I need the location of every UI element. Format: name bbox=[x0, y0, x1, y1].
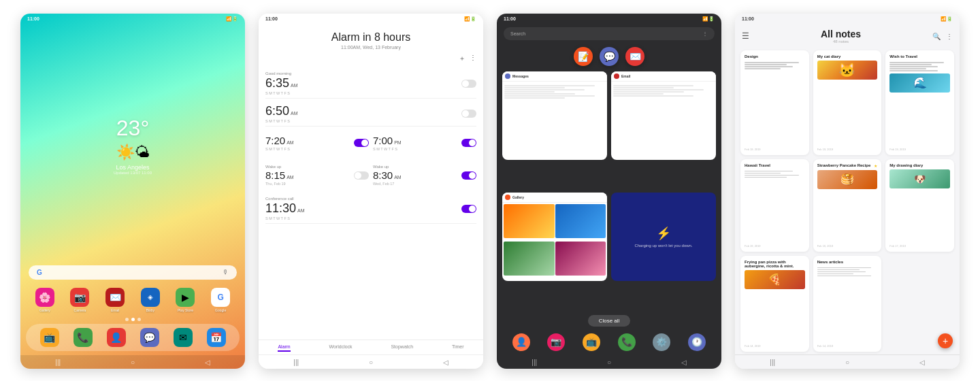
recent-bottom-contacts[interactable]: 👤 bbox=[512, 333, 530, 351]
alarm-item-720[interactable]: 7:20 AM S M T W T F S bbox=[265, 129, 369, 154]
recent-card-charging[interactable]: ⚡ Charging up won't let you down. bbox=[611, 193, 716, 281]
home-status-bar: 11:00 📶🔋 bbox=[20, 14, 245, 24]
app-gallery[interactable]: 🌸 Gallery bbox=[35, 288, 54, 312]
app-bixby[interactable]: ◈ Bixby bbox=[141, 288, 160, 312]
screenshot-notes: 11:00 📶🔋 ☰ All notes 48 notes 🔍 ⋮ bbox=[735, 14, 960, 381]
nav-recent[interactable]: ||| bbox=[55, 359, 61, 366]
alarm-toggle-650[interactable] bbox=[461, 110, 476, 118]
note-card-drawing[interactable]: My drawing diary 🐶 Feb 17, 2019 bbox=[885, 159, 954, 252]
alarm-toggle-700pm[interactable] bbox=[461, 139, 476, 147]
home-weather-icon: ☀️🌤 bbox=[116, 144, 150, 161]
travel-image: 🌊 bbox=[889, 73, 950, 93]
alarm-more-icon[interactable]: ⋮ bbox=[470, 54, 476, 63]
recent-bottom-clock[interactable]: 🕐 bbox=[688, 333, 706, 351]
dot-1 bbox=[125, 318, 129, 321]
tab-timer[interactable]: Timer bbox=[452, 344, 464, 352]
alarm-item-650[interactable]: 6:50 AM S M T W T F S bbox=[265, 99, 476, 127]
device-frame-notes: 11:00 📶🔋 ☰ All notes 48 notes 🔍 ⋮ bbox=[735, 14, 960, 369]
app-playstore[interactable]: ▶ Play Store bbox=[176, 288, 195, 312]
alarm-subtitle: 11:00AM, Wed, 13 February bbox=[265, 45, 476, 50]
recent-search-bar[interactable]: Search ⋮ bbox=[504, 27, 715, 40]
alarm-add-icon[interactable]: ＋ bbox=[459, 54, 466, 63]
recent-nav-home[interactable]: ○ bbox=[607, 359, 611, 366]
alarm-item-830[interactable]: Wake up 8:30 AM Wed, Feb 17 bbox=[373, 159, 476, 188]
tab-worldclock[interactable]: Worldclock bbox=[329, 344, 353, 352]
dock-messages[interactable]: 💬 bbox=[140, 328, 159, 347]
app-email[interactable]: ✉️ Email bbox=[105, 288, 125, 312]
alarm-toggle-635[interactable] bbox=[461, 80, 476, 88]
tab-alarm[interactable]: Alarm bbox=[278, 344, 290, 352]
recent-card-dot-gallery bbox=[505, 195, 510, 200]
pancake-star-icon: ★ bbox=[874, 163, 877, 168]
recent-nav-back[interactable]: ◁ bbox=[681, 359, 687, 366]
alarm-toggle-815[interactable] bbox=[354, 171, 369, 180]
recent-bottom-phone[interactable]: 📞 bbox=[618, 333, 636, 351]
note-card-travel[interactable]: Wish to Travel 🌊 Feb 19, 2019 bbox=[885, 50, 954, 155]
alarm-row-815-830: Wake up 8:15 AM Thu, Feb 19 bbox=[265, 156, 476, 191]
notes-nav-recent[interactable]: ||| bbox=[770, 359, 775, 366]
home-time: 11:00 bbox=[27, 16, 39, 22]
notes-hamburger-icon[interactable]: ☰ bbox=[742, 31, 749, 41]
note-card-news[interactable]: News articles Feb 14, 2019 bbox=[813, 256, 882, 352]
note-card-cat[interactable]: My cat diary 🐱 Feb 19, 2019 bbox=[813, 50, 882, 155]
recent-nav-bar: ||| ○ ◁ bbox=[497, 355, 721, 369]
notes-search-icon[interactable]: 🔍 bbox=[932, 33, 941, 40]
alarm-toggle-830[interactable] bbox=[461, 171, 476, 180]
recent-card-email[interactable]: Email bbox=[611, 71, 716, 160]
note-card-pancake[interactable]: Strawberry Pancake Recipe ★ 🥞 Feb 16, 20… bbox=[813, 159, 882, 252]
alarm-toggle-1130[interactable] bbox=[461, 205, 476, 213]
app-camera[interactable]: 📷 Camera bbox=[70, 288, 89, 312]
recent-card-gallery[interactable]: Gallery bbox=[502, 193, 607, 281]
pancake-image: 🥞 bbox=[817, 170, 878, 189]
alarm-status-bar: 11:00 📶🔋 bbox=[259, 14, 483, 24]
tab-stopwatch[interactable]: Stopwatch bbox=[391, 344, 413, 352]
notes-more-icon[interactable]: ⋮ bbox=[946, 33, 953, 40]
recent-nav-recent[interactable]: ||| bbox=[532, 359, 537, 366]
nav-home[interactable]: ○ bbox=[131, 359, 135, 366]
mic-icon[interactable]: 🎙 bbox=[223, 269, 229, 276]
alarm-nav-back[interactable]: ◁ bbox=[443, 359, 448, 366]
dock-contacts[interactable]: 👤 bbox=[107, 328, 126, 347]
drawing-image: 🐶 bbox=[889, 169, 950, 188]
recent-bottom-camera[interactable]: 📷 bbox=[547, 333, 565, 351]
close-all-button[interactable]: Close all bbox=[588, 315, 631, 327]
notes-fab-button[interactable]: + bbox=[938, 333, 953, 348]
screen-home: 11:00 📶🔋 23° ☀️🌤 Los Angeles Updated 13/… bbox=[20, 14, 245, 369]
recent-top-icon-notes[interactable]: 📝 bbox=[574, 47, 593, 66]
alarm-item-1130[interactable]: Conference call 11:30 AM S M T W T F S bbox=[265, 191, 476, 224]
dock-tv[interactable]: 📺 bbox=[40, 328, 59, 347]
screenshot-home: 11:00 📶🔋 23° ☀️🌤 Los Angeles Updated 13/… bbox=[20, 14, 245, 381]
notes-nav-back[interactable]: ◁ bbox=[919, 359, 925, 366]
notes-status-bar: 11:00 📶🔋 bbox=[735, 14, 960, 24]
recent-bottom-settings[interactable]: ⚙️ bbox=[653, 333, 670, 351]
notes-header-icons: 🔍 ⋮ bbox=[932, 33, 953, 40]
recent-card-messages[interactable]: Messages bbox=[502, 71, 607, 160]
dock-calendar[interactable]: 📅 bbox=[207, 328, 226, 347]
dock-email2[interactable]: ✉ bbox=[174, 328, 193, 347]
charging-text: Charging up won't let you down. bbox=[634, 244, 692, 248]
alarm-item-635[interactable]: Good morning 6:35 AM S M T W T F S bbox=[265, 66, 476, 99]
recent-top-icon-email[interactable]: ✉️ bbox=[625, 47, 644, 66]
alarm-nav-recent[interactable]: ||| bbox=[293, 359, 299, 366]
app-google[interactable]: G Google bbox=[211, 288, 230, 312]
note-card-pizza[interactable]: Frying pan pizza with aubergine, ricotta… bbox=[740, 256, 809, 352]
notes-nav-home[interactable]: ○ bbox=[845, 359, 849, 366]
screenshot-alarm: 11:00 📶🔋 Alarm in 8 hours 11:00AM, Wed, … bbox=[259, 14, 483, 381]
recent-more-icon[interactable]: ⋮ bbox=[702, 31, 708, 37]
google-g-icon: G bbox=[37, 269, 42, 276]
home-search-bar[interactable]: G 🎙 bbox=[29, 265, 237, 280]
home-weather-widget: 23° ☀️🌤 Los Angeles Updated 13/07 11:00 bbox=[20, 24, 245, 260]
notes-nav-bar: ||| ○ ◁ bbox=[735, 354, 960, 369]
dock-phone[interactable]: 📞 bbox=[74, 328, 93, 347]
nav-back[interactable]: ◁ bbox=[205, 359, 210, 366]
gallery-cell-1 bbox=[504, 204, 555, 238]
recent-top-icon-messages[interactable]: 💬 bbox=[600, 47, 619, 66]
note-card-design[interactable]: Design Feb 19, 2019 bbox=[740, 50, 809, 155]
note-card-hawaii[interactable]: Hawaii Travel Feb 19, 2019 bbox=[740, 159, 809, 252]
alarm-item-815[interactable]: Wake up 8:15 AM Thu, Feb 19 bbox=[265, 159, 369, 188]
home-status-icons: 📶🔋 bbox=[226, 16, 238, 22]
recent-bottom-tv[interactable]: 📺 bbox=[583, 333, 600, 351]
alarm-item-700pm[interactable]: 7:00 PM S M T W T F S bbox=[373, 129, 476, 154]
alarm-nav-home[interactable]: ○ bbox=[369, 359, 373, 366]
alarm-toggle-720[interactable] bbox=[354, 139, 369, 147]
